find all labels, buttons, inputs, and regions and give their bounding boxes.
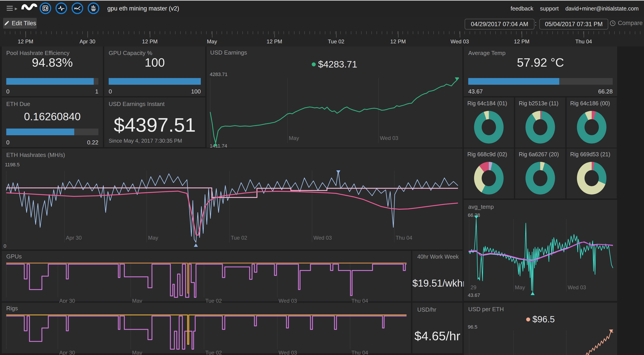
ruler-label: 12 PM	[259, 38, 290, 45]
y-axis-max-label: 1198.5	[5, 162, 20, 168]
tiles-view-icon[interactable]	[40, 2, 51, 14]
chart-title: USD per ETH	[468, 306, 504, 313]
scale-max: 66.28	[598, 88, 613, 95]
ruler-tick	[614, 31, 615, 34]
tile-usd-hr[interactable]: USD/hr $4.65/hr	[412, 303, 462, 353]
start-date-input[interactable]: 04/29/2017 07:04 AM	[465, 19, 534, 30]
initial-state-logo-icon[interactable]	[21, 3, 37, 13]
x-grid-label: May	[515, 284, 525, 290]
ruler-tick	[624, 31, 625, 34]
trend-view-icon[interactable]	[72, 2, 83, 14]
ruler-tick	[361, 31, 362, 34]
end-date-input[interactable]: 05/04/2017 07:31 PM	[539, 19, 608, 30]
ruler-tick	[433, 31, 434, 34]
ruler-major-tick	[212, 31, 212, 38]
feedback-link[interactable]: feedback	[511, 5, 533, 12]
ruler-tick	[175, 31, 176, 34]
bars-view-icon[interactable]	[88, 2, 99, 14]
ruler-tick	[5, 31, 5, 34]
ruler-tick	[598, 31, 599, 34]
chart-plot-area[interactable]: Apr 30MayTue 02Wed 03Thu 04	[6, 262, 406, 297]
progress-scale: 0 1	[6, 88, 98, 95]
ruler-tick	[128, 31, 129, 34]
chart-plot-area[interactable]: 29MayWed 03	[469, 219, 613, 292]
tile-usd-earnings-instant[interactable]: USD Earnings Instant $4397.51 Since May …	[104, 98, 205, 147]
chart-plot-area[interactable]: MayWed 03	[210, 78, 459, 143]
ruler-tick	[402, 31, 403, 34]
tile-rig-donut[interactable]: Rig 669d53 (21)	[567, 148, 617, 198]
ruler-tick	[113, 31, 114, 34]
chart-title: avg_temp	[468, 204, 494, 210]
ruler-tick	[56, 31, 57, 34]
tile-pool-hashrate-efficiency[interactable]: Pool Hashrate Efficiency 94.83% 0 1	[2, 46, 103, 96]
tile-eth-due[interactable]: ETH Due 0.16260840 0 0.22	[2, 98, 103, 147]
compare-button[interactable]: Compare	[610, 20, 643, 26]
chart-plot-area[interactable]: Apr 30MayTue 02Wed 03Thu 04	[6, 314, 406, 349]
ruler-tick	[428, 31, 429, 34]
y-axis-min-label: 1411.74	[210, 143, 227, 149]
ruler-tick	[144, 31, 145, 34]
tile-eth-hashrates-chart[interactable]: ETH Hashrates (MH/s)1198.50Apr 30MayTue …	[2, 148, 462, 250]
donut-hole	[584, 119, 599, 135]
tile-title: ETH Due	[6, 100, 30, 108]
ruler-tick	[211, 31, 212, 34]
rig-title: Rig b2513e (11)	[519, 100, 558, 107]
ruler-tick	[92, 31, 93, 34]
ruler-major-tick	[274, 31, 275, 38]
tile-title: 40hr Work Week	[417, 254, 459, 260]
pencil-icon	[4, 20, 10, 26]
ruler-tick	[588, 31, 589, 34]
ruler-tick	[36, 31, 36, 34]
scale-max: 100	[191, 88, 201, 95]
chart-plot-area[interactable]: Apr 30MayTue 02Wed 03Thu 04	[6, 171, 458, 242]
tile-rig-donut[interactable]: Rig 64c184 (01)	[464, 98, 514, 148]
ruler-tick	[351, 31, 351, 34]
tile-usd-earnings-chart[interactable]: USD Earnings$4283.714283.711411.74MayWed…	[206, 46, 462, 148]
ruler-major-tick	[522, 31, 522, 38]
menu-icon[interactable]: ▸	[7, 6, 20, 12]
ruler-tick	[206, 31, 206, 34]
tile-gpu-capacity[interactable]: GPU Capacity % 100 0 100	[104, 46, 205, 96]
ruler-tick	[444, 31, 444, 34]
tile-rig-donut[interactable]: Rig 64c186 (00)	[567, 98, 617, 148]
date-separator: :	[535, 20, 537, 27]
ruler-tick	[635, 31, 635, 34]
x-grid-label: Tue 02	[231, 235, 247, 241]
account-email[interactable]: david+miner@initialstate.com	[565, 5, 639, 12]
tile-rigs-chart[interactable]: RigsApr 30MayTue 02Wed 03Thu 04	[2, 303, 411, 353]
ruler-tick	[160, 31, 160, 34]
tile-rig-donut[interactable]: Rig 668c9d (02)	[464, 148, 514, 198]
ruler-tick	[41, 31, 41, 34]
chart-plot-area[interactable]: MayWed 03	[469, 330, 613, 355]
tile-rig-donut[interactable]: Rig b2513e (11)	[515, 98, 565, 148]
ruler-tick	[46, 31, 46, 34]
support-link[interactable]: support	[540, 5, 558, 12]
rig-donut-chart	[577, 162, 606, 194]
ruler-tick	[397, 31, 398, 34]
ruler-tick	[620, 31, 620, 34]
legend-value: $96.5	[532, 314, 555, 324]
tile-average-temp[interactable]: Average Temp 57.92 °C 43.67 66.28	[464, 46, 617, 96]
ruler-tick	[201, 31, 202, 34]
ruler-tick	[191, 31, 191, 34]
rig-donut-chart	[526, 162, 555, 194]
x-grid-label: May	[148, 235, 158, 241]
tile-gpus-chart[interactable]: GPUsApr 30MayTue 02Wed 03Thu 04	[2, 251, 411, 301]
tile-usd-per-eth-chart[interactable]: USD per ETH$96.596.5MayWed 03	[464, 303, 617, 355]
ruler-major-tick	[336, 31, 336, 38]
tile-work-week[interactable]: 40hr Work Week $19.51/wkhr	[412, 251, 462, 301]
scale-min: 0	[109, 88, 112, 95]
eth-due-progress-bar	[6, 128, 98, 135]
pulse-view-icon[interactable]	[56, 2, 67, 14]
timeline-ruler[interactable]: 12 PMApr 3012 PMMay12 PMTue 0212 PMWed 0…	[0, 31, 644, 46]
tile-rig-donut[interactable]: Rig 6a6267 (20)	[515, 148, 565, 198]
donut-hole	[533, 119, 548, 135]
edit-tiles-button[interactable]: Edit Tiles	[3, 18, 37, 28]
progress-fill	[6, 78, 94, 85]
x-grid-label: May	[132, 350, 142, 355]
x-grid-label: Thu 04	[396, 235, 412, 241]
tile-avg-temp-chart[interactable]: avg_temp66.2843.6729MayWed 03	[464, 200, 617, 301]
ruler-tick	[340, 31, 341, 34]
menu-expand-arrow: ▸	[15, 5, 18, 12]
chart-legend: $96.5	[464, 314, 617, 324]
